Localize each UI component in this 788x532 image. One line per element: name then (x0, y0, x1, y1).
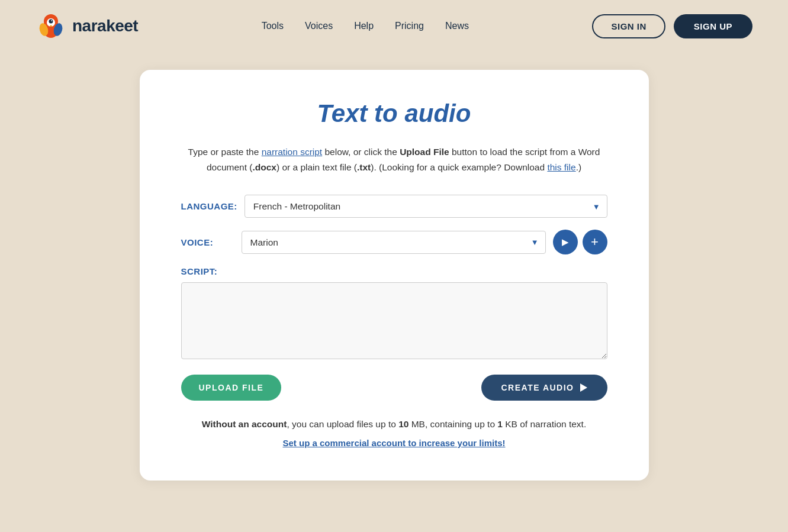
language-select[interactable]: French - Metropolitan English - US Engli… (245, 195, 607, 218)
voice-select-wrap: Marion Arnaud Brigitte ▼ (242, 231, 546, 254)
create-audio-button[interactable]: CREATE AUDIO (481, 375, 607, 401)
play-icon: ▶ (562, 237, 569, 247)
script-section: SCRIPT: (181, 266, 607, 375)
nav-tools[interactable]: Tools (262, 21, 284, 31)
card-title: Text to audio (181, 99, 607, 128)
create-audio-label: CREATE AUDIO (501, 383, 574, 392)
svg-point-4 (49, 20, 53, 24)
main-nav: Tools Voices Help Pricing News (262, 21, 469, 31)
language-label: LANGUAGE: (181, 201, 237, 211)
voice-controls: ▶ + (553, 230, 607, 254)
header: narakeet Tools Voices Help Pricing News … (0, 0, 788, 52)
language-select-wrap: French - Metropolitan English - US Engli… (245, 195, 607, 218)
create-audio-icon (580, 383, 587, 392)
action-row: UPLOAD FILE CREATE AUDIO (181, 375, 607, 401)
tts-card: Text to audio Type or paste the narratio… (140, 70, 649, 481)
svg-point-5 (51, 20, 52, 21)
example-file-link[interactable]: this file (547, 162, 575, 172)
main-content: Text to audio Type or paste the narratio… (0, 52, 788, 504)
narration-script-link[interactable]: narration script (262, 147, 323, 157)
play-voice-button[interactable]: ▶ (553, 230, 578, 254)
nav-pricing[interactable]: Pricing (395, 21, 424, 31)
brand-name: narakeet (72, 17, 138, 36)
info-text: Without an account, you can upload files… (181, 417, 607, 432)
signup-button[interactable]: SIGN UP (674, 14, 752, 38)
voice-label: VOICE: (181, 237, 234, 247)
nav-voices[interactable]: Voices (305, 21, 333, 31)
plus-icon: + (591, 236, 599, 249)
logo-area: narakeet (36, 11, 138, 41)
auth-buttons: SIGN IN SIGN UP (592, 14, 752, 38)
card-description: Type or paste the narration script below… (181, 144, 607, 175)
upload-file-button[interactable]: UPLOAD FILE (181, 375, 282, 401)
voice-row: VOICE: Marion Arnaud Brigitte ▼ ▶ + (181, 230, 607, 254)
signin-button[interactable]: SIGN IN (592, 14, 665, 38)
nav-help[interactable]: Help (354, 21, 374, 31)
add-voice-button[interactable]: + (583, 230, 607, 254)
voice-select[interactable]: Marion Arnaud Brigitte (242, 231, 546, 254)
script-textarea[interactable] (181, 282, 607, 359)
language-row: LANGUAGE: French - Metropolitan English … (181, 195, 607, 218)
logo-icon (36, 11, 66, 41)
nav-news[interactable]: News (445, 21, 469, 31)
script-label: SCRIPT: (181, 266, 607, 276)
commercial-account-link[interactable]: Set up a commercial account to increase … (181, 438, 607, 448)
